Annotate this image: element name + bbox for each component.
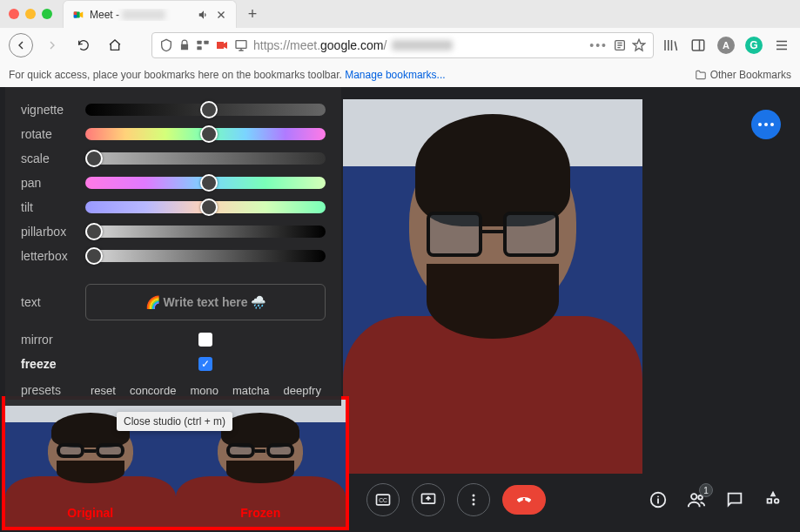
vignette-slider-thumb[interactable] — [200, 101, 218, 118]
text-label: text — [21, 295, 77, 309]
svg-rect-2 — [74, 15, 77, 18]
account-icon[interactable]: A — [716, 36, 736, 55]
svg-point-12 — [473, 495, 475, 497]
slider-label-vignette: vignette — [21, 103, 77, 117]
url-bar[interactable]: https://meet.google.com/ ••• — [151, 32, 654, 58]
window-minimize-button[interactable] — [25, 9, 36, 19]
meet-favicon-icon — [72, 9, 84, 21]
preset-concorde[interactable]: concorde — [130, 384, 176, 397]
manage-bookmarks-link[interactable]: Manage bookmarks... — [345, 69, 445, 81]
tilt-slider[interactable] — [85, 201, 326, 213]
mirror-label: mirror — [21, 333, 77, 347]
pillarbox-slider[interactable] — [85, 226, 326, 238]
shield-icon[interactable] — [159, 38, 173, 52]
screen-share-icon[interactable] — [234, 38, 248, 52]
audio-icon[interactable] — [198, 9, 210, 21]
url-text: https://meet.google.com/ — [253, 38, 387, 52]
window-controls — [9, 9, 52, 19]
reader-icon[interactable] — [613, 38, 627, 52]
studio-controls-panel: vignetterotatescalepantiltpillarboxlette… — [5, 87, 341, 406]
activities-button[interactable] — [762, 488, 784, 511]
close-studio-tooltip: Close studio (ctrl + m) — [117, 412, 232, 431]
nav-bar: https://meet.google.com/ ••• A G — [0, 28, 800, 63]
browser-tab[interactable]: Meet - — [63, 0, 237, 28]
overlay-text-input[interactable] — [85, 284, 326, 320]
svg-point-16 — [691, 494, 696, 499]
presets-label: presets — [21, 383, 77, 397]
svg-text:CC: CC — [379, 497, 387, 503]
back-button[interactable] — [9, 33, 33, 57]
slider-label-tilt: tilt — [21, 200, 77, 214]
rotate-slider[interactable] — [85, 128, 326, 140]
more-actions-button[interactable] — [751, 110, 781, 139]
tilt-slider-thumb[interactable] — [200, 199, 218, 216]
main-video — [343, 99, 642, 474]
window-close-button[interactable] — [9, 9, 19, 19]
original-label: Original — [5, 506, 176, 520]
preset-matcha[interactable]: matcha — [232, 384, 270, 397]
letterbox-slider-thumb[interactable] — [85, 247, 103, 265]
grammarly-icon[interactable]: G — [744, 36, 763, 55]
sidebar-icon[interactable] — [689, 36, 708, 55]
svg-rect-8 — [692, 40, 704, 51]
freeze-checkbox[interactable]: ✓ — [198, 357, 212, 371]
scale-slider-thumb[interactable] — [85, 150, 103, 167]
rotate-slider-thumb[interactable] — [200, 125, 218, 143]
freeze-label: freeze — [21, 357, 77, 371]
participants-button[interactable]: 1 — [685, 488, 708, 511]
svg-rect-4 — [197, 46, 201, 50]
more-options-button[interactable] — [457, 483, 490, 516]
page-actions-icon[interactable]: ••• — [589, 38, 608, 52]
slider-label-pan: pan — [21, 176, 77, 190]
meet-app: vignetterotatescalepantiltpillarboxlette… — [0, 87, 800, 532]
bookmark-hint: For quick access, place your bookmarks h… — [9, 69, 345, 81]
participants-count-badge: 1 — [699, 483, 713, 497]
mirror-checkbox[interactable] — [198, 333, 212, 347]
lock-icon[interactable] — [178, 39, 191, 51]
meet-bottom-bar: CC 1 — [351, 468, 800, 532]
tab-title: Meet - — [90, 9, 192, 21]
preset-reset[interactable]: reset — [91, 384, 116, 397]
window-zoom-button[interactable] — [42, 9, 52, 19]
browser-chrome: Meet - + https://meet.google.com/ — [0, 0, 800, 87]
pan-slider-thumb[interactable] — [200, 174, 218, 192]
pan-slider[interactable] — [85, 177, 326, 189]
slider-label-pillarbox: pillarbox — [21, 225, 77, 239]
other-bookmarks-folder[interactable]: Other Bookmarks — [695, 69, 791, 81]
forward-button — [40, 33, 64, 57]
slider-label-letterbox: letterbox — [21, 249, 77, 263]
home-button[interactable] — [103, 33, 127, 57]
pillarbox-slider-thumb[interactable] — [85, 223, 103, 240]
bookmark-bar: For quick access, place your bookmarks h… — [0, 63, 800, 87]
permissions-icon[interactable] — [196, 38, 210, 52]
camera-icon[interactable] — [215, 38, 229, 52]
preset-mono[interactable]: mono — [190, 384, 218, 397]
meeting-details-button[interactable] — [647, 488, 669, 511]
end-call-button[interactable] — [502, 485, 546, 515]
svg-rect-3 — [197, 41, 201, 44]
scale-slider[interactable] — [85, 152, 326, 165]
present-button[interactable] — [412, 483, 445, 516]
tab-bar: Meet - + — [0, 0, 800, 28]
svg-rect-1 — [74, 11, 77, 15]
bookmark-star-icon[interactable] — [632, 38, 646, 52]
url-icons — [159, 38, 248, 52]
toolbar-right: A G — [661, 36, 791, 55]
frozen-label: Frozen — [176, 506, 346, 520]
slider-label-rotate: rotate — [21, 127, 77, 141]
chat-button[interactable] — [723, 488, 746, 511]
letterbox-slider[interactable] — [85, 250, 326, 262]
captions-button[interactable]: CC — [366, 483, 400, 516]
reload-button[interactable] — [71, 33, 96, 57]
new-tab-button[interactable]: + — [240, 2, 265, 26]
menu-icon[interactable] — [772, 36, 791, 55]
svg-rect-6 — [236, 41, 246, 49]
svg-rect-5 — [204, 41, 208, 44]
other-bookmarks-label: Other Bookmarks — [710, 69, 791, 81]
preset-deepfry[interactable]: deepfry — [284, 384, 321, 397]
vignette-slider[interactable] — [85, 104, 326, 116]
preview-thumbnails: Close studio (ctrl + m) Original Froz — [2, 396, 349, 530]
tab-close-button[interactable] — [215, 9, 227, 21]
library-icon[interactable] — [661, 36, 680, 55]
svg-point-13 — [473, 499, 475, 502]
